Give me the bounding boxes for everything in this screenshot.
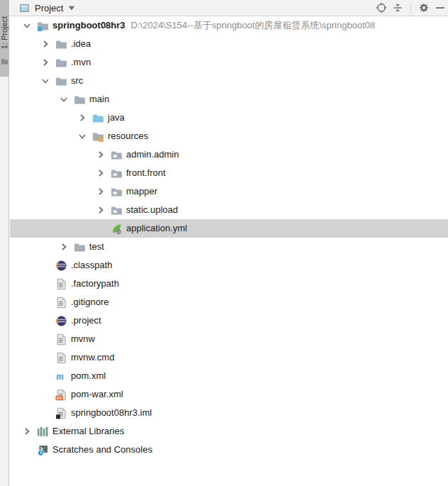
source-folder-icon [92, 112, 104, 124]
folder-icon [74, 241, 86, 253]
text-file-icon [55, 333, 67, 346]
tree-row-resources[interactable]: resources [10, 127, 448, 145]
tree-row-application-yml[interactable]: application.yml [10, 219, 448, 238]
xml-file-icon [55, 389, 67, 401]
spring-boot-config-icon [111, 223, 123, 235]
folder-icon [55, 38, 67, 50]
project-tool-window-icon [20, 4, 29, 13]
folder-icon [55, 57, 67, 69]
tree-row-mvn[interactable]: .mvn [10, 53, 448, 72]
chevron-down-icon[interactable] [41, 77, 50, 85]
libraries-icon [37, 426, 49, 438]
chevron-right-icon[interactable] [41, 58, 50, 67]
resources-folder-icon [92, 131, 104, 143]
hide-panel-icon[interactable] [435, 2, 446, 13]
chevron-spacer [41, 280, 50, 288]
chevron-right-icon[interactable] [78, 114, 86, 122]
tree-row-pom-war-xml[interactable]: pom-war.xml [10, 385, 448, 404]
toolbar-separator [410, 3, 411, 13]
toolbar-actions [376, 2, 448, 13]
tree-row-springboot08hr3[interactable]: springboot08hr3 D:\2024\S154--基于springbo… [10, 16, 448, 35]
chevron-right-icon[interactable] [23, 427, 31, 436]
module-file-icon [55, 407, 67, 419]
text-file-icon [55, 297, 67, 309]
tree-row-project-file[interactable]: .project [10, 311, 448, 330]
maven-file-icon [55, 370, 67, 382]
collapse-all-icon[interactable] [392, 2, 403, 13]
project-tree: springboot08hr3 D:\2024\S154--基于springbo… [10, 16, 448, 486]
folder-icon [55, 75, 67, 87]
chevron-spacer [41, 409, 50, 417]
text-file-icon [55, 352, 67, 364]
chevron-right-icon[interactable] [96, 150, 105, 159]
folder-icon [1, 57, 9, 65]
tree-row-pom-xml[interactable]: pom.xml [10, 367, 448, 385]
chevron-right-icon[interactable] [96, 206, 105, 214]
scratches-icon [37, 444, 49, 456]
text-file-icon [55, 278, 67, 290]
tree-row-mvnw-cmd[interactable]: mvnw.cmd [10, 348, 448, 367]
package-folder-icon [111, 167, 123, 180]
chevron-spacer [41, 335, 50, 343]
stripe-tab-project[interactable]: 1: Project [0, 0, 9, 77]
eclipse-file-icon [55, 315, 67, 327]
tool-window-stripe: 1: Project [0, 0, 9, 486]
chevron-spacer [41, 298, 50, 306]
chevron-down-icon[interactable] [23, 21, 31, 30]
chevron-down-icon[interactable] [60, 95, 68, 104]
chevron-spacer [23, 446, 31, 454]
chevron-spacer [41, 261, 50, 270]
project-root-folder-icon [37, 20, 49, 32]
project-view-title: Project [35, 3, 63, 13]
project-path: D:\2024\S154--基于springboot的房屋租赁系统\spring… [131, 16, 376, 35]
chevron-spacer [41, 372, 50, 380]
tree-row-admin-admin[interactable]: admin.admin [10, 145, 448, 164]
tree-row-scratches-and-consoles[interactable]: Scratches and Consoles [10, 441, 448, 459]
package-folder-icon [111, 204, 123, 216]
chevron-spacer [41, 390, 50, 399]
chevron-down-icon [68, 4, 75, 11]
tree-row-external-libraries[interactable]: External Libraries [10, 422, 448, 441]
select-opened-file-icon[interactable] [376, 2, 387, 13]
project-view-dropdown[interactable]: Project [20, 3, 75, 13]
settings-gear-icon[interactable] [418, 2, 430, 13]
tree-row-front-front[interactable]: front.front [10, 164, 448, 182]
tree-row-mapper[interactable]: mapper [10, 182, 448, 201]
tree-row-factorypath[interactable]: .factorypath [10, 275, 448, 293]
tree-row-mvnw[interactable]: mvnw [10, 330, 448, 348]
chevron-right-icon[interactable] [96, 187, 105, 196]
chevron-right-icon[interactable] [41, 40, 50, 48]
tree-row-main[interactable]: main [10, 90, 448, 109]
project-toolbar: Project [10, 0, 448, 16]
tree-row-idea[interactable]: .idea [10, 35, 448, 53]
package-folder-icon [111, 149, 123, 161]
tree-row-gitignore[interactable]: .gitignore [10, 293, 448, 311]
chevron-right-icon[interactable] [60, 243, 68, 251]
chevron-down-icon[interactable] [78, 132, 86, 140]
tree-row-static-upload[interactable]: static.upload [10, 201, 448, 219]
chevron-spacer [41, 353, 50, 362]
tree-row-classpath[interactable]: .classpath [10, 256, 448, 275]
tree-row-src[interactable]: src [10, 72, 448, 90]
tree-row-test[interactable]: test [10, 238, 448, 256]
tree-row-springboot08hr3-iml[interactable]: springboot08hr3.iml [10, 404, 448, 422]
folder-icon [74, 94, 86, 106]
chevron-spacer [96, 224, 105, 233]
chevron-spacer [41, 316, 50, 325]
tree-row-java[interactable]: java [10, 109, 448, 127]
chevron-right-icon[interactable] [96, 169, 105, 177]
eclipse-file-icon [55, 260, 67, 272]
stripe-tab-label: 1: Project [0, 10, 9, 55]
package-folder-icon [111, 186, 123, 198]
project-tool-window: 1: Project Project springboot08hr3 D:\20… [0, 0, 448, 486]
